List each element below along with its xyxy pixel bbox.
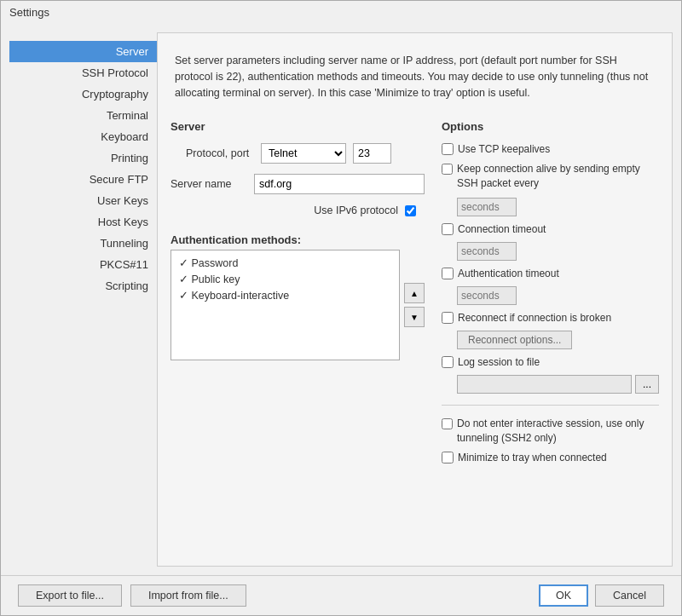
auth-section: Authentication methods: Password Public … <box>170 233 425 360</box>
export-button[interactable]: Export to file... <box>18 584 122 607</box>
log-file-input[interactable] <box>457 375 632 394</box>
ipv6-row: Use IPv6 protocol <box>170 204 425 216</box>
auth-list-container: Password Public key Keyboard-interactive <box>170 250 400 360</box>
form-section: Server Protocol, port Telnet SSH SSH2 <box>170 120 659 553</box>
auth-method-pubkey[interactable]: Public key <box>176 271 395 287</box>
protocol-row: Protocol, port Telnet SSH SSH2 <box>170 143 425 164</box>
sidebar-item-pkcs11[interactable]: PKCS#11 <box>9 254 157 275</box>
tcp-keepalives-checkbox[interactable] <box>442 143 454 155</box>
minimize-tray-row: Minimize to tray when connected <box>442 452 659 463</box>
auth-timeout-seconds-row <box>442 286 659 305</box>
protocol-dropdown[interactable]: Telnet SSH SSH2 <box>261 143 346 164</box>
reconnect-btn-row: Reconnect options... <box>442 331 659 349</box>
import-button[interactable]: Import from file... <box>130 584 246 607</box>
reconnect-options-button[interactable]: Reconnect options... <box>457 331 572 349</box>
log-session-row: Log session to file <box>442 356 659 368</box>
sidebar: Server SSH Protocol Cryptography Termina… <box>9 32 157 567</box>
move-down-button[interactable]: ▼ <box>404 307 425 327</box>
auth-timeout-row: Authentication timeout <box>442 268 659 279</box>
keep-connection-checkbox[interactable] <box>442 164 453 175</box>
ipv6-checkbox[interactable] <box>405 205 416 216</box>
footer-left: Export to file... Import from file... <box>18 584 246 607</box>
auth-method-password[interactable]: Password <box>176 255 395 271</box>
auth-methods-list: Password Public key Keyboard-interactive <box>171 250 399 336</box>
cancel-button[interactable]: Cancel <box>595 584 664 607</box>
ok-button[interactable]: OK <box>539 584 588 607</box>
content-area: Set server parameters including server n… <box>157 32 673 567</box>
connection-timeout-seconds-row <box>442 242 659 261</box>
sidebar-item-ssh-protocol[interactable]: SSH Protocol <box>9 62 157 83</box>
sidebar-item-server[interactable]: Server <box>9 41 157 62</box>
sidebar-item-printing[interactable]: Printing <box>9 147 157 169</box>
sidebar-item-host-keys[interactable]: Host Keys <box>9 211 157 233</box>
keep-connection-seconds-row <box>442 198 659 216</box>
log-session-checkbox[interactable] <box>442 356 454 368</box>
sidebar-item-terminal[interactable]: Terminal <box>9 105 157 126</box>
port-input[interactable] <box>353 143 391 164</box>
footer: Export to file... Import from file... OK… <box>1 575 681 615</box>
settings-window: Settings Server SSH Protocol Cryptograph… <box>0 0 682 616</box>
down-arrow-icon: ▼ <box>410 313 419 322</box>
sidebar-item-user-keys[interactable]: User Keys <box>9 190 157 211</box>
move-buttons: ▲ ▼ <box>404 250 425 360</box>
sidebar-item-secure-ftp[interactable]: Secure FTP <box>9 169 157 190</box>
server-section-label: Server <box>170 120 425 133</box>
server-name-row: Server name <box>170 174 425 194</box>
auth-timeout-seconds-input[interactable] <box>457 286 517 305</box>
sidebar-item-tunneling[interactable]: Tunneling <box>9 233 157 254</box>
divider <box>442 405 659 406</box>
footer-right: OK Cancel <box>539 584 664 607</box>
sidebar-item-cryptography[interactable]: Cryptography <box>9 83 157 105</box>
sidebar-item-keyboard[interactable]: Keyboard <box>9 126 157 147</box>
move-up-button[interactable]: ▲ <box>404 283 425 303</box>
sidebar-item-scripting[interactable]: Scripting <box>9 275 157 296</box>
description-box: Set server parameters including server n… <box>170 46 659 107</box>
keep-connection-seconds-input[interactable] <box>457 198 517 216</box>
no-interactive-checkbox[interactable] <box>442 418 453 429</box>
reconnect-checkbox[interactable] <box>442 312 454 324</box>
up-arrow-icon: ▲ <box>410 289 419 298</box>
auth-with-buttons: Password Public key Keyboard-interactive… <box>170 250 425 360</box>
auth-timeout-checkbox[interactable] <box>442 268 454 279</box>
window-title: Settings <box>9 6 49 19</box>
connection-timeout-seconds-input[interactable] <box>457 242 517 261</box>
connection-timeout-checkbox[interactable] <box>442 223 454 235</box>
right-panel: Options Use TCP keepalives Keep connecti… <box>442 120 659 553</box>
no-interactive-row: Do not enter interactive session, use on… <box>442 417 659 446</box>
server-name-input[interactable] <box>254 174 425 194</box>
log-file-row: ... <box>457 375 659 394</box>
connection-timeout-row: Connection timeout <box>442 223 659 235</box>
main-content: Server SSH Protocol Cryptography Termina… <box>1 24 681 575</box>
title-bar: Settings <box>1 1 681 24</box>
reconnect-row: Reconnect if connection is broken <box>442 312 659 324</box>
browse-button[interactable]: ... <box>635 375 659 394</box>
tcp-keepalives-row: Use TCP keepalives <box>442 143 659 155</box>
keep-connection-row: Keep connection alive by sending empty S… <box>442 162 659 191</box>
left-panel: Server Protocol, port Telnet SSH SSH2 <box>170 120 425 553</box>
auth-method-keyboard[interactable]: Keyboard-interactive <box>176 287 395 303</box>
minimize-tray-checkbox[interactable] <box>442 452 454 463</box>
